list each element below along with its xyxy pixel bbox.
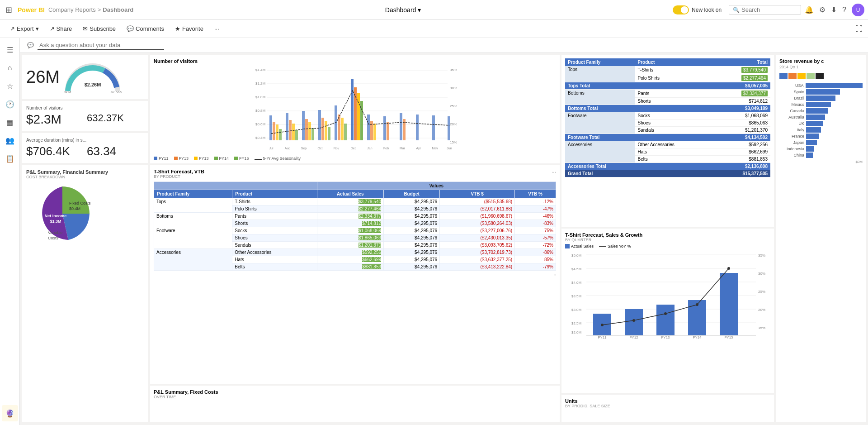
sidebar-item-home[interactable]: ⌂ — [2, 60, 18, 76]
store-revenue-card: Store revenue by c 2014 Qtr 1 — [776, 55, 866, 422]
svg-text:25%: 25% — [758, 290, 765, 294]
tbl-family: Footware — [565, 112, 635, 134]
download-icon[interactable]: ⬇ — [831, 5, 837, 14]
tbl-value: $865,063 — [712, 119, 770, 127]
vtb-subtitle: BY PRODUCT — [154, 174, 204, 179]
new-look-toggle[interactable] — [673, 5, 689, 14]
new-look-toggle-area: New look on — [673, 5, 722, 14]
help-icon[interactable]: ? — [842, 6, 846, 14]
pl-subtitle: COST BREAKDOWN — [26, 175, 144, 179]
sidebar-item-menu[interactable]: ☰ — [2, 42, 18, 58]
table-row: Bottoms Pants $2,334,377 — [565, 90, 770, 98]
svg-rect-42 — [335, 105, 337, 140]
list-item: Japan — [779, 140, 863, 145]
tbl-value: $2,277,464 — [712, 74, 770, 82]
svg-text:15%: 15% — [450, 140, 457, 144]
export-icon: ↗ — [10, 25, 15, 32]
svg-text:Fixed Costs: Fixed Costs — [69, 201, 91, 205]
svg-rect-32 — [292, 124, 295, 140]
pl-fixed-title: P&L Summary, Fixed Costs — [154, 389, 556, 395]
vtb-budget: $4,295,076 — [384, 227, 440, 234]
svg-text:$0.4M: $0.4M — [69, 206, 80, 211]
vtb-table: Values Product Family Product Actual Sal… — [154, 181, 556, 271]
svg-rect-36 — [308, 122, 311, 140]
svg-text:$4.5M: $4.5M — [571, 267, 582, 271]
visitors-label: Number of visitors — [26, 105, 144, 110]
qa-bar: 💬 — [20, 38, 868, 53]
sidebar-item-workspaces[interactable]: 📋 — [2, 150, 18, 167]
app-grid-icon[interactable]: ⊞ — [4, 3, 14, 17]
svg-rect-55 — [400, 113, 402, 140]
svg-rect-46 — [351, 79, 354, 140]
tbl-family: Tops — [565, 66, 635, 82]
vtb-product: Shoes — [232, 234, 317, 242]
sidebar-item-metrics[interactable]: 🔮 — [2, 405, 18, 421]
breadcrumb-separator: > — [98, 6, 101, 13]
units-card: Units BY PRODID, SALE SIZE — [561, 395, 774, 422]
svg-point-97 — [664, 312, 667, 315]
pl-fixed-costs-card: P&L Summary, Fixed Costs OVER TIME — [150, 386, 560, 422]
svg-rect-40 — [325, 121, 327, 140]
middle-column: Number of visitors $1.4M $1.2M $1.0M $0.… — [150, 55, 560, 422]
breadcrumb-company-reports[interactable]: Company Reports — [48, 6, 96, 13]
svg-text:15%: 15% — [758, 326, 765, 330]
vtb-family: Accessories — [154, 249, 232, 271]
visitors-chart: $1.4M $1.2M $1.0M $0.8M $0.6M $0.4M 35% … — [154, 66, 556, 154]
sidebar-item-favorites[interactable]: ☆ — [2, 78, 18, 94]
list-item: Brazil — [779, 96, 863, 101]
pl-summary-card: P&L Summary, Financial Summary COST BREA… — [22, 165, 148, 422]
tbl-value: $592,256 — [712, 141, 770, 148]
notification-icon[interactable]: 🔔 — [805, 5, 814, 14]
svg-rect-37 — [311, 128, 314, 140]
vtb-product: Hats — [232, 256, 317, 263]
far-right-column: Store revenue by c 2014 Qtr 1 — [776, 55, 866, 422]
vtb-more-icon[interactable]: ··· — [552, 169, 556, 175]
tbl-family: Accessories — [565, 141, 635, 163]
qa-input[interactable] — [38, 41, 164, 50]
svg-rect-51 — [370, 121, 373, 140]
breadcrumb: Company Reports > Dashboard — [48, 6, 133, 13]
dashboard-button[interactable]: Dashboard ▾ — [385, 6, 421, 14]
settings-icon[interactable]: ⚙ — [819, 5, 826, 14]
power-bi-logo: Power BI — [18, 6, 45, 14]
svg-text:Nov: Nov — [334, 147, 340, 150]
vtb-col-actual: Actual Sales — [317, 190, 383, 198]
svg-rect-50 — [367, 115, 370, 140]
more-options-button[interactable]: ··· — [210, 24, 224, 34]
breadcrumb-dashboard[interactable]: Dashboard — [103, 6, 133, 13]
avatar[interactable]: U — [852, 4, 864, 16]
fullscreen-icon[interactable]: ⛶ — [855, 25, 863, 33]
vtb-actual: $2,334,377 — [317, 213, 383, 220]
new-look-label: New look on — [692, 7, 722, 13]
summary-table: Product Family Product Total Tops T-Shir… — [565, 58, 770, 177]
svg-text:$0.8M: $0.8M — [255, 109, 266, 113]
svg-text:$4.0M: $4.0M — [571, 281, 582, 285]
search-bar[interactable]: 🔍 — [729, 5, 801, 14]
pl-pie-chart: Fixed Costs $0.4M Net Income $1.3M Varia… — [26, 182, 99, 245]
list-item: China — [779, 153, 863, 158]
favorite-button[interactable]: ★ Favorite — [170, 24, 208, 34]
vtb-vtb-pct: -83% — [515, 220, 556, 227]
tbl-value: $662,699 — [712, 148, 770, 156]
share-button[interactable]: ↗ Share — [45, 24, 77, 34]
export-button[interactable]: ↗ Export ▾ — [5, 24, 43, 34]
sidebar-item-apps[interactable]: ▦ — [2, 114, 18, 130]
svg-text:Feb: Feb — [383, 147, 389, 150]
svg-text:Apr: Apr — [416, 147, 422, 150]
svg-text:$1.4M: $1.4M — [255, 68, 266, 72]
svg-rect-58 — [432, 115, 435, 140]
subscribe-button[interactable]: ✉ Subscribe — [78, 24, 120, 34]
svg-text:Jul: Jul — [269, 147, 274, 150]
search-input[interactable] — [741, 6, 797, 13]
vtb-vtb-pct: -85% — [515, 256, 556, 263]
nav-icons: 🔔 ⚙ ⬇ ? U — [805, 4, 864, 16]
sidebar-item-recent[interactable]: 🕐 — [2, 96, 18, 112]
chart-legend: FY11 FY13 FY13 FY14 FY15 5-Yr Avg Season… — [154, 156, 556, 161]
main-layout: ☰ ⌂ ☆ 🕐 ▦ 👥 📋 🔮 💬 26M — [0, 38, 868, 425]
sidebar-item-shared[interactable]: 👥 — [2, 132, 18, 148]
svg-text:Jan: Jan — [367, 147, 372, 150]
bottoms-total-row: Bottoms Total $3,049,189 — [565, 105, 770, 112]
comments-button[interactable]: 💬 Comments — [122, 24, 169, 34]
svg-text:$0.4M: $0.4M — [255, 136, 266, 140]
svg-text:$2.26M: $2.26M — [85, 82, 101, 87]
